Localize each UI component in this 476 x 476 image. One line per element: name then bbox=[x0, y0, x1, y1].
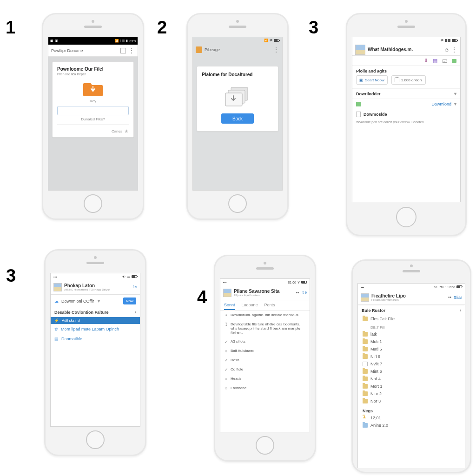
phone-2: 📶⇌ Pibeage ⋮ Plalome for Docaltured Bock bbox=[186, 13, 289, 220]
phone-3: ⇌ What Mathldoges.m. ◔ ⋮ ⬇ ▦ 🖃 Plolle an… bbox=[346, 13, 467, 236]
app-thumbnail bbox=[361, 293, 369, 302]
back-button[interactable]: Bock bbox=[221, 113, 254, 124]
tab-sonnt[interactable]: Sonnt bbox=[224, 300, 235, 310]
card-subtitle: Pilen lise lica lifeper bbox=[57, 73, 129, 76]
row-disable-feature[interactable]: Desable Covlontion Falture› bbox=[51, 307, 140, 317]
file-row[interactable]: Nor 3 bbox=[358, 397, 465, 405]
file-row[interactable]: 12;01 bbox=[358, 414, 465, 422]
app-thumbnail bbox=[355, 45, 365, 55]
file-row[interactable]: Nvlit 7 bbox=[358, 360, 465, 368]
accordion-downloader[interactable]: Dowrilodder▾ bbox=[352, 88, 460, 99]
home-button[interactable] bbox=[228, 194, 247, 213]
section-heading: Plolle and agits bbox=[352, 66, 460, 75]
options-button[interactable]: 1.000 optionl bbox=[391, 75, 426, 85]
file-row[interactable]: Mint 6 bbox=[358, 368, 465, 375]
page-title: What Mathldoges.m. bbox=[368, 47, 443, 52]
wifi-icon: 📶 bbox=[115, 39, 119, 43]
file-row[interactable]: Mort 1 bbox=[358, 383, 465, 390]
status-bar: ••• S1 PM1 9 9% bbox=[358, 284, 465, 290]
dialog-title: Plalome for Docaltured bbox=[202, 72, 273, 77]
new-button[interactable]: Now bbox=[123, 298, 136, 304]
home-button[interactable] bbox=[256, 436, 274, 455]
page-subtitle: Fil julce Apelrhunters bbox=[234, 294, 294, 297]
field-label: Key bbox=[57, 99, 129, 103]
start-now-button[interactable]: ▣Seart Noow bbox=[356, 75, 388, 85]
cloud-download-icon: ☁ bbox=[54, 299, 59, 304]
file-row[interactable]: Nrd 4 bbox=[358, 375, 465, 383]
folder-icon: ▤ bbox=[54, 337, 59, 341]
step-number-4: 4 bbox=[197, 288, 207, 306]
status-time: S1.06 bbox=[288, 281, 296, 284]
list-item[interactable]: ○Balf Aululaaed bbox=[220, 346, 310, 356]
overflow-menu-icon[interactable]: ⋮ bbox=[128, 48, 135, 53]
page-subtitle: AllNNE Hioreansed TEll Nago Delyck bbox=[64, 288, 130, 291]
status-bar: ⇌ bbox=[352, 37, 460, 44]
cancel-button[interactable]: Canes bbox=[112, 129, 122, 133]
row-add-selected[interactable]: ⚡ Adil sksir d bbox=[51, 317, 140, 324]
folder-icon bbox=[363, 423, 368, 428]
list-item[interactable]: ✓Co fiole bbox=[220, 365, 310, 374]
calendar-icon bbox=[395, 78, 399, 82]
file-row-sub: DB:7 Fill bbox=[358, 323, 465, 331]
overflow-menu-icon[interactable]: •• bbox=[296, 291, 299, 295]
bookmark-icon[interactable]: 🖃 bbox=[442, 58, 447, 64]
list-item[interactable]: ○Fronnane bbox=[220, 383, 310, 393]
dialog-card: Plalome for Docaltured Bock bbox=[197, 66, 278, 132]
list-item[interactable]: ✓Resh bbox=[220, 356, 310, 365]
header-action[interactable]: ⇧9 bbox=[132, 285, 137, 289]
list-item[interactable]: ✓A3 siliots bbox=[220, 337, 310, 346]
camera-icon[interactable]: ▦ bbox=[433, 58, 437, 64]
list-item[interactable]: •Downlotiuhl..aganle. hln./ferlale frien… bbox=[220, 311, 310, 320]
home-button[interactable] bbox=[84, 194, 102, 213]
phone-1: ▣▣ 📶▮03:0 Powtlipr Donome ⋮ Pownloome Ou… bbox=[42, 13, 144, 220]
favorite-icon[interactable]: ★ bbox=[124, 128, 129, 134]
share-button[interactable]: Sliar bbox=[454, 295, 462, 300]
download-icon[interactable]: ⬇ bbox=[424, 58, 428, 64]
label-icon[interactable] bbox=[452, 59, 456, 63]
file-row[interactable]: Mati 5 bbox=[358, 345, 465, 353]
folder-download-icon bbox=[82, 79, 104, 97]
row-downloadable[interactable]: ▤ Donmailble… bbox=[51, 334, 140, 344]
file-row[interactable]: latk bbox=[358, 331, 465, 338]
section-header[interactable]: Bule Rustor› bbox=[358, 305, 465, 315]
tab-ponts[interactable]: Ponts bbox=[264, 300, 275, 310]
doc-icon bbox=[356, 112, 361, 117]
app-thumbnail bbox=[53, 283, 62, 291]
overflow-menu-icon[interactable]: ⋮ bbox=[273, 47, 279, 52]
home-button[interactable] bbox=[396, 207, 416, 227]
row-more[interactable]: ✿ Mom lipad mote Lapam Opinch bbox=[51, 324, 140, 334]
step-number-2: 2 bbox=[157, 19, 167, 36]
key-input[interactable] bbox=[57, 106, 129, 115]
status-battery-text: 1 9 9% bbox=[445, 285, 455, 289]
file-row[interactable]: Nirl 9 bbox=[358, 353, 465, 360]
gear-icon: ✿ bbox=[54, 327, 58, 331]
help-link[interactable]: Dunaled Fike? bbox=[57, 117, 129, 121]
row-download-offer[interactable]: ☁ Downmionl COffir ▾ Now bbox=[51, 295, 140, 307]
signal-icon: ◔ bbox=[445, 47, 449, 52]
header-action[interactable]: ⇧9 bbox=[302, 291, 307, 295]
file-row[interactable]: Muti 1 bbox=[358, 338, 465, 345]
toolbar-icons: ⬇ ▦ 🖃 bbox=[352, 56, 460, 66]
list-item[interactable]: ↧Devrlogislde fils ture nhdlre cas booil… bbox=[220, 320, 310, 337]
home-button[interactable] bbox=[86, 430, 105, 449]
app-title: Pibeage bbox=[205, 47, 271, 52]
phone-5: ••• S1.06⚲ Pilane Savarone Sita Fil julc… bbox=[214, 255, 316, 462]
tabs-icon[interactable] bbox=[120, 48, 126, 53]
signal-icon: 📶 bbox=[264, 39, 268, 42]
list-item[interactable]: ○Heads bbox=[220, 374, 310, 383]
download-link[interactable]: Dowmlond bbox=[431, 102, 451, 106]
status-bar: 📶⇌ bbox=[193, 37, 282, 44]
app-icon bbox=[196, 46, 202, 53]
overflow-menu-icon[interactable]: •• bbox=[448, 295, 451, 300]
file-row[interactable]: Fles Cck File bbox=[358, 315, 465, 323]
overflow-menu-icon[interactable]: ⋮ bbox=[451, 47, 457, 52]
file-row[interactable]: Niur 2 bbox=[358, 390, 465, 397]
section-heading: Negs bbox=[358, 405, 465, 414]
card-title: Pownloome Our Filel bbox=[57, 66, 129, 72]
status-bar: ••• S1.06⚲ bbox=[220, 279, 310, 285]
phone-4: ••• 👁••• Phokap Laton AllNNE Hioreansed … bbox=[44, 249, 146, 456]
file-row[interactable]: Anine 2.0 bbox=[358, 422, 465, 429]
warning-icon bbox=[363, 416, 368, 420]
tab-lodoone[interactable]: Lodoone bbox=[242, 300, 258, 310]
accordion-downmoslde[interactable]: Dowmoslde bbox=[352, 109, 460, 119]
